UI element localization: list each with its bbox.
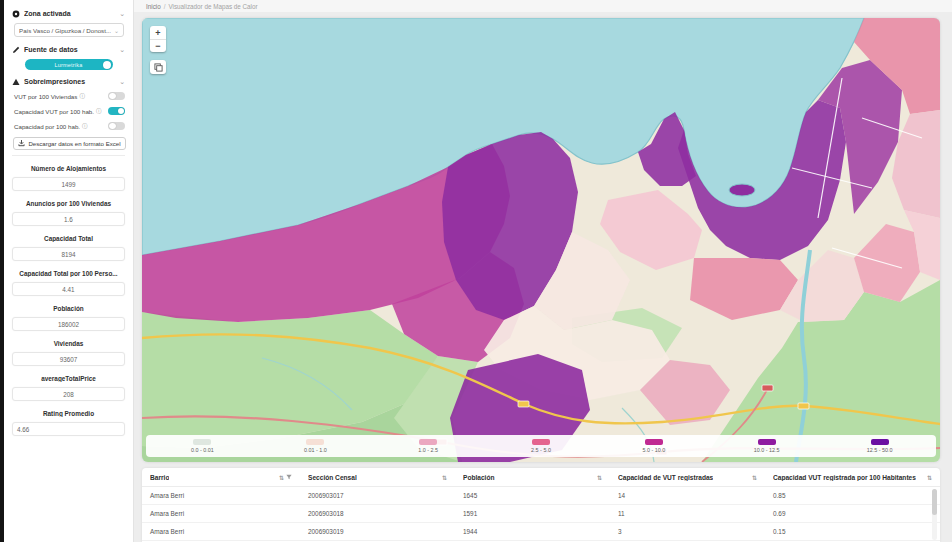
toggle-knob: [103, 61, 111, 69]
overlay-toggle[interactable]: [108, 92, 125, 100]
cell-seccion: 2006903019: [300, 523, 455, 540]
layers-icon: [154, 63, 163, 72]
breadcrumb-page: Visualizador de Mapas de Calor: [168, 3, 257, 10]
zone-select[interactable]: País Vasco / Gipuzkoa / Donost... ⌄: [14, 23, 124, 37]
legend-item: 5.0 - 10.0: [597, 439, 710, 453]
table-row[interactable]: Amara Berri 2006903018 1591 11 0.69: [142, 505, 940, 523]
stat-label: Anuncios por 100 Viviendas: [12, 200, 125, 207]
sort-icon[interactable]: ⇅: [279, 474, 284, 481]
breadcrumb-separator: /: [164, 3, 166, 10]
stat-label: Capacidad Total: [12, 235, 125, 242]
cell-capacidad: 11: [610, 505, 765, 522]
data-source-toggle[interactable]: Lurmetrika: [25, 59, 113, 70]
sort-icon[interactable]: ⇅: [927, 474, 932, 481]
overlay-toggle[interactable]: [108, 107, 125, 115]
col-header-poblacion[interactable]: Población ⇅: [455, 468, 610, 486]
stat-label: Rating Promedio: [12, 410, 125, 417]
info-icon[interactable]: ⓘ: [82, 123, 88, 130]
stat-viviendas: Viviendas 93607: [12, 340, 125, 366]
chevron-up-icon: ⌄: [119, 78, 125, 86]
info-icon[interactable]: ⓘ: [96, 108, 102, 115]
data-table: Barrio ⇅ Sección Censal ⇅ Población ⇅ Ca…: [142, 468, 940, 542]
overlay-label: VUT por 100 Viviendas: [14, 93, 77, 100]
legend-range: 2.5 - 5.0: [531, 447, 551, 453]
overlay-label: Capacidad VUT por 100 hab.: [14, 108, 94, 115]
legend-range: 0.01 - 1.0: [304, 447, 327, 453]
map-island[interactable]: [729, 184, 755, 196]
sidebar: Zona activada ⌄ País Vasco / Gipuzkoa / …: [4, 0, 134, 542]
sort-icon[interactable]: ⇅: [752, 474, 757, 481]
road-shield: [798, 403, 809, 409]
stat-label: Capacidad Total por 100 Perso...: [12, 270, 125, 277]
cell-poblacion: 1591: [455, 505, 610, 522]
sort-icon[interactable]: ⇅: [442, 474, 447, 481]
table-row[interactable]: Amara Berri 2006903017 1645 14 0.85: [142, 487, 940, 505]
divider: [12, 155, 125, 156]
stat-label: Número de Alojamientos: [12, 165, 125, 172]
table-row[interactable]: Amara Berri 2006903019 1944 3 0.15: [142, 523, 940, 541]
breadcrumb: Inicio / Visualizador de Mapas de Calor: [134, 0, 952, 13]
overlay-row-capacidad: Capacidad por 100 hab. ⓘ: [14, 121, 125, 131]
road-shield: [762, 385, 773, 391]
stat-label: Población: [12, 305, 125, 312]
legend-swatch: [193, 439, 211, 445]
filter-icon[interactable]: [286, 474, 292, 480]
overlay-toggle[interactable]: [108, 122, 125, 130]
download-label: Descargar datos en formato Excel: [28, 140, 120, 147]
data-source-label: Lurmetrika: [55, 62, 83, 68]
stat-poblacion: Población 186002: [12, 305, 125, 331]
section-title: Zona activada: [24, 10, 115, 17]
stat-alojamientos: Número de Alojamientos 1499: [12, 165, 125, 191]
zone-select-value: País Vasco / Gipuzkoa / Donost...: [19, 27, 114, 34]
section-zona-activada[interactable]: Zona activada ⌄: [12, 8, 125, 19]
cell-capacidad-100: 0.69: [765, 505, 940, 522]
legend-range: 0.0 - 0.01: [191, 447, 214, 453]
zoom-in-button[interactable]: +: [150, 26, 166, 39]
cell-capacidad-100: 0.85: [765, 487, 940, 504]
stat-value: 208: [12, 387, 125, 401]
map-zoom-control: + −: [150, 26, 166, 52]
legend-swatch: [419, 439, 437, 445]
zoom-out-button[interactable]: −: [150, 39, 166, 52]
stat-value: 1.6: [12, 212, 125, 226]
legend-item: 2.5 - 5.0: [485, 439, 598, 453]
col-header-capacidad-vut[interactable]: Capacidad de VUT registradas ⇅: [610, 468, 765, 486]
legend-item: 1.0 - 2.5: [372, 439, 485, 453]
legend-item: 0.01 - 1.0: [259, 439, 372, 453]
scrollbar-thumb[interactable]: [932, 489, 937, 515]
app-window: Zona activada ⌄ País Vasco / Gipuzkoa / …: [0, 0, 952, 542]
col-header-seccion-censal[interactable]: Sección Censal ⇅: [300, 468, 455, 486]
col-header-barrio[interactable]: Barrio ⇅: [142, 468, 300, 486]
map-canvas: [142, 18, 940, 462]
section-fuente-datos[interactable]: Fuente de datos ⌄: [12, 44, 125, 55]
cell-seccion: 2006903018: [300, 505, 455, 522]
stat-value: 4.66: [12, 422, 125, 436]
legend-swatch: [645, 439, 663, 445]
cell-poblacion: 1645: [455, 487, 610, 504]
chevron-down-icon: ⌄: [119, 46, 125, 54]
overlay-label: Capacidad por 100 hab.: [14, 123, 80, 130]
cell-capacidad: 14: [610, 487, 765, 504]
cell-barrio: Amara Berri: [142, 523, 300, 540]
stat-label: averageTotalPrice: [12, 375, 125, 382]
stat-capacidad-100: Capacidad Total por 100 Perso... 4.41: [12, 270, 125, 296]
map[interactable]: + − 0.0 - 0.01 0.01 - 1.0 1.0 - 2.5: [142, 18, 940, 462]
breadcrumb-home[interactable]: Inicio: [146, 3, 161, 10]
layers-button[interactable]: [150, 60, 166, 74]
legend-swatch: [306, 439, 324, 445]
info-icon[interactable]: ⓘ: [79, 93, 85, 100]
table-scrollbar[interactable]: [932, 489, 937, 540]
chevron-down-icon: ⌄: [114, 27, 119, 34]
legend-range: 12.5 - 50.0: [867, 447, 893, 453]
sort-icon[interactable]: ⇅: [597, 474, 602, 481]
legend-range: 5.0 - 10.0: [642, 447, 665, 453]
table-header-row: Barrio ⇅ Sección Censal ⇅ Población ⇅ Ca…: [142, 468, 940, 487]
stat-rating: Rating Promedio 4.66: [12, 410, 125, 436]
section-sobreimpresiones[interactable]: Sobreimpresiones ⌄: [12, 76, 125, 87]
download-excel-button[interactable]: Descargar datos en formato Excel: [13, 137, 126, 150]
stat-capacidad-total: Capacidad Total 8194: [12, 235, 125, 261]
warning-icon: [12, 78, 20, 86]
overlay-row-vut-100-viviendas: VUT por 100 Viviendas ⓘ: [14, 91, 125, 101]
col-header-capacidad-100hab[interactable]: Capacidad VUT registrada por 100 Habitan…: [765, 468, 940, 486]
section-title: Fuente de datos: [24, 46, 115, 53]
